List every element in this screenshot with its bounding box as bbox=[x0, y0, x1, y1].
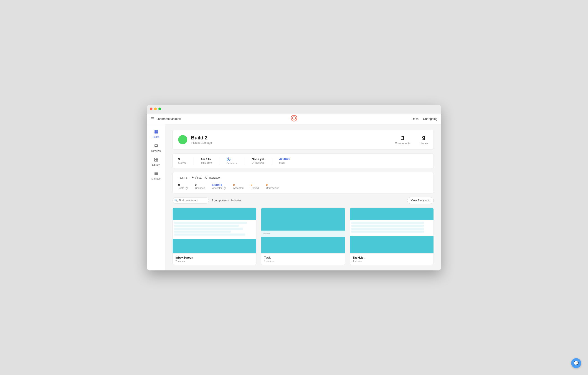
visual-icon: 👁 bbox=[191, 176, 194, 179]
svg-rect-6 bbox=[155, 130, 156, 132]
task-card[interactable]: Task title Task 3 stories bbox=[261, 208, 345, 265]
tasklist-row-3 bbox=[351, 228, 424, 230]
inbox-row-5 bbox=[174, 233, 245, 236]
test-count-label: Tests ? bbox=[178, 187, 188, 189]
denied-label: Denied bbox=[251, 187, 259, 189]
changelog-link[interactable]: Changelog bbox=[423, 117, 437, 121]
ancestor-value[interactable]: Build 1 bbox=[212, 183, 226, 187]
build-time-detail: 1m 11s Build time bbox=[201, 157, 212, 164]
build-details: 9 Stories 1m 11s Build time bbox=[172, 153, 434, 168]
close-button[interactable] bbox=[150, 108, 152, 110]
titlebar bbox=[147, 105, 441, 113]
chat-icon: 💬 bbox=[574, 361, 579, 366]
visual-tab[interactable]: 👁 Visual bbox=[191, 176, 202, 179]
reviews-label: Reviews bbox=[151, 149, 161, 152]
tests-help-icon[interactable]: ? bbox=[185, 187, 188, 189]
denied-value: 0 bbox=[251, 183, 259, 187]
inbox-screen-card[interactable]: InboxScreen 2 stories bbox=[172, 208, 256, 265]
maximize-button[interactable] bbox=[158, 108, 161, 110]
browsers-icons bbox=[227, 157, 237, 161]
stories-detail-label: Stories bbox=[178, 161, 186, 164]
ui-reviews-label: UI Reviews bbox=[252, 161, 264, 164]
changes-stat: 0 Changes bbox=[195, 183, 205, 189]
tasklist-row-2 bbox=[351, 225, 424, 227]
interaction-tab[interactable]: ↻ Interaction bbox=[205, 176, 221, 179]
build-stats: 3 Components 9 Stories bbox=[395, 135, 428, 145]
sidebar-item-builds[interactable]: Builds bbox=[148, 128, 164, 140]
branch-value[interactable]: 42f4025 bbox=[279, 157, 290, 161]
tasklist-row-1 bbox=[351, 222, 424, 224]
library-icon bbox=[154, 158, 158, 162]
changes-value: 0 bbox=[195, 183, 205, 187]
accepted-stat: 0 Accepted bbox=[233, 183, 243, 189]
svg-rect-7 bbox=[156, 130, 158, 132]
search-wrapper: 🔍 bbox=[172, 197, 209, 204]
denied-stat: 0 Denied bbox=[251, 183, 259, 189]
inbox-row-2 bbox=[174, 225, 239, 227]
branch-detail: 42f4025 main bbox=[279, 157, 290, 164]
test-count-stat: 9 Tests ? bbox=[178, 183, 188, 189]
inbox-screen-footer: InboxScreen 2 stories bbox=[173, 253, 256, 265]
stories-value: 9 bbox=[178, 157, 186, 161]
task-preview: Task title bbox=[261, 208, 345, 253]
divider-2 bbox=[219, 157, 219, 165]
stories-count: 9 bbox=[420, 135, 428, 142]
manage-icon bbox=[154, 172, 158, 176]
inbox-row-1 bbox=[174, 222, 247, 224]
interaction-icon: ↻ bbox=[205, 176, 208, 179]
traffic-lights bbox=[150, 108, 161, 110]
build-info: Build 2 Initiated 18m ago bbox=[191, 135, 212, 144]
search-icon: 🔍 bbox=[174, 199, 178, 202]
search-input[interactable] bbox=[172, 197, 209, 204]
sidebar-item-reviews[interactable]: Reviews bbox=[148, 142, 164, 154]
browsers-label: Browsers bbox=[227, 162, 237, 165]
test-count-value: 9 bbox=[178, 183, 188, 187]
inbox-row-4 bbox=[174, 231, 231, 233]
stories-label: Stories bbox=[420, 142, 428, 145]
components-count: 3 components 9 stories bbox=[212, 199, 242, 202]
tasklist-preview bbox=[350, 208, 433, 253]
accepted-value: 0 bbox=[233, 183, 243, 187]
components-label: Components bbox=[395, 142, 410, 145]
changes-label: Changes bbox=[195, 187, 205, 189]
sidebar: Builds Reviews Library bbox=[147, 124, 165, 270]
svg-rect-8 bbox=[155, 132, 156, 133]
sidebar-item-manage[interactable]: Manage bbox=[148, 170, 164, 182]
stories-detail: 9 Stories bbox=[178, 157, 186, 164]
chat-button[interactable]: 💬 bbox=[571, 358, 581, 368]
accepted-label: Accepted bbox=[233, 187, 243, 189]
view-storybook-button[interactable]: View Storybook bbox=[407, 197, 434, 204]
inbox-top bbox=[173, 208, 256, 220]
tasklist-row-4 bbox=[351, 231, 424, 233]
breadcrumb: username/taskbox bbox=[157, 117, 181, 121]
build-time-label: Build time bbox=[201, 161, 212, 164]
task-top bbox=[261, 208, 345, 231]
inbox-row-3 bbox=[174, 228, 243, 230]
sidebar-item-library[interactable]: Library bbox=[148, 156, 164, 168]
menu-icon[interactable]: ☰ bbox=[151, 117, 154, 121]
divider-1 bbox=[193, 157, 193, 165]
components-stat: 3 Components bbox=[395, 135, 410, 145]
svg-rect-12 bbox=[155, 160, 156, 161]
tasklist-top bbox=[350, 208, 433, 220]
docs-link[interactable]: Docs bbox=[412, 117, 419, 121]
reviews-icon bbox=[154, 144, 158, 149]
svg-point-1 bbox=[292, 117, 296, 120]
components-count: 3 bbox=[395, 135, 410, 142]
ancestor-label: Ancestor ? bbox=[212, 187, 226, 189]
unreviewed-label: Unreviewed bbox=[266, 187, 279, 189]
visual-label: Visual bbox=[195, 176, 202, 179]
tasklist-card[interactable]: TaskList 4 stories bbox=[350, 208, 434, 265]
tests-section: TESTS 👁 Visual ↻ Interaction 9 bbox=[172, 172, 434, 193]
task-stories: 3 stories bbox=[264, 260, 342, 263]
top-nav-links: Docs Changelog bbox=[412, 117, 437, 121]
build-time-value: 1m 11s bbox=[201, 157, 212, 161]
svg-rect-11 bbox=[156, 158, 158, 159]
app-logo bbox=[291, 115, 297, 122]
build-title: Build 2 bbox=[191, 135, 212, 141]
task-name: Task bbox=[264, 256, 342, 259]
minimize-button[interactable] bbox=[154, 108, 157, 110]
interaction-label: Interaction bbox=[209, 176, 221, 179]
ancestor-help-icon[interactable]: ? bbox=[223, 187, 226, 189]
svg-rect-10 bbox=[155, 158, 156, 159]
